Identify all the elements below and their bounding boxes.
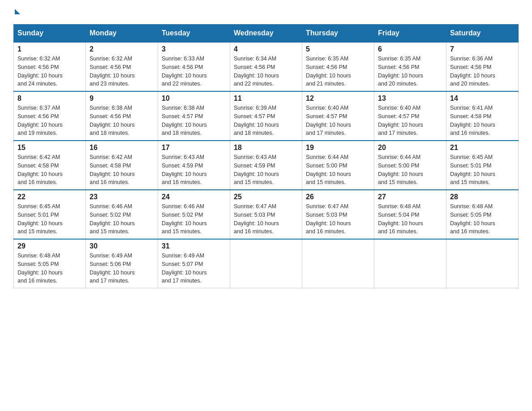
day-number: 3: [162, 45, 226, 53]
day-number: 8: [17, 94, 82, 103]
calendar-cell: 7 Sunrise: 6:36 AM Sunset: 4:56 PM Dayli…: [446, 42, 519, 91]
day-number: 5: [306, 45, 370, 53]
day-info: Sunrise: 6:49 AM Sunset: 5:06 PM Dayligh…: [90, 252, 154, 285]
calendar-cell: 2 Sunrise: 6:32 AM Sunset: 4:56 PM Dayli…: [86, 42, 158, 91]
day-info: Sunrise: 6:42 AM Sunset: 4:58 PM Dayligh…: [90, 153, 154, 187]
day-number: 22: [17, 193, 82, 201]
day-info: Sunrise: 6:37 AM Sunset: 4:56 PM Dayligh…: [17, 104, 82, 137]
calendar-week-row: 29 Sunrise: 6:48 AM Sunset: 5:05 PM Dayl…: [14, 239, 519, 288]
logo-general: [13, 9, 20, 15]
day-header-wednesday: Wednesday: [230, 25, 302, 43]
day-info: Sunrise: 6:45 AM Sunset: 5:01 PM Dayligh…: [450, 153, 515, 187]
day-number: 10: [162, 94, 226, 103]
day-info: Sunrise: 6:33 AM Sunset: 4:56 PM Dayligh…: [162, 55, 226, 88]
calendar-cell: [374, 239, 446, 288]
day-header-tuesday: Tuesday: [158, 25, 230, 43]
calendar-cell: [446, 239, 519, 288]
day-number: 18: [234, 144, 298, 152]
day-number: 31: [162, 242, 226, 250]
day-number: 16: [90, 144, 154, 152]
day-info: Sunrise: 6:34 AM Sunset: 4:56 PM Dayligh…: [234, 55, 298, 88]
day-info: Sunrise: 6:38 AM Sunset: 4:56 PM Dayligh…: [90, 104, 154, 137]
day-info: Sunrise: 6:32 AM Sunset: 4:56 PM Dayligh…: [90, 55, 154, 88]
calendar-cell: [302, 239, 374, 288]
day-number: 11: [234, 94, 298, 103]
day-number: 9: [90, 94, 154, 103]
calendar-cell: 11 Sunrise: 6:39 AM Sunset: 4:57 PM Dayl…: [230, 91, 302, 141]
day-number: 30: [90, 242, 154, 250]
day-number: 14: [450, 94, 515, 103]
calendar-cell: 19 Sunrise: 6:44 AM Sunset: 5:00 PM Dayl…: [302, 141, 374, 190]
day-info: Sunrise: 6:40 AM Sunset: 4:57 PM Dayligh…: [306, 104, 370, 137]
day-info: Sunrise: 6:48 AM Sunset: 5:05 PM Dayligh…: [450, 202, 515, 236]
calendar-cell: 26 Sunrise: 6:47 AM Sunset: 5:03 PM Dayl…: [302, 190, 374, 239]
calendar-cell: 9 Sunrise: 6:38 AM Sunset: 4:56 PM Dayli…: [86, 91, 158, 141]
day-number: 15: [17, 144, 82, 152]
day-number: 13: [378, 94, 442, 103]
calendar-cell: 27 Sunrise: 6:48 AM Sunset: 5:04 PM Dayl…: [374, 190, 446, 239]
day-number: 1: [17, 45, 82, 53]
calendar-cell: 5 Sunrise: 6:35 AM Sunset: 4:56 PM Dayli…: [302, 42, 374, 91]
day-number: 25: [234, 193, 298, 201]
calendar-cell: 4 Sunrise: 6:34 AM Sunset: 4:56 PM Dayli…: [230, 42, 302, 91]
calendar-cell: 28 Sunrise: 6:48 AM Sunset: 5:05 PM Dayl…: [446, 190, 519, 239]
day-number: 6: [378, 45, 442, 53]
day-info: Sunrise: 6:36 AM Sunset: 4:56 PM Dayligh…: [450, 55, 515, 88]
day-info: Sunrise: 6:47 AM Sunset: 5:03 PM Dayligh…: [234, 202, 298, 236]
day-info: Sunrise: 6:39 AM Sunset: 4:57 PM Dayligh…: [234, 104, 298, 137]
day-info: Sunrise: 6:32 AM Sunset: 4:56 PM Dayligh…: [17, 55, 82, 88]
calendar-cell: 10 Sunrise: 6:38 AM Sunset: 4:57 PM Dayl…: [158, 91, 230, 141]
calendar-week-row: 8 Sunrise: 6:37 AM Sunset: 4:56 PM Dayli…: [14, 91, 519, 141]
day-number: 20: [378, 144, 442, 152]
logo-triangle-icon: [15, 9, 20, 14]
day-info: Sunrise: 6:44 AM Sunset: 5:00 PM Dayligh…: [378, 153, 442, 187]
calendar-cell: 15 Sunrise: 6:42 AM Sunset: 4:58 PM Dayl…: [14, 141, 86, 190]
calendar-cell: 13 Sunrise: 6:40 AM Sunset: 4:57 PM Dayl…: [374, 91, 446, 141]
day-number: 21: [450, 144, 515, 152]
calendar-cell: 30 Sunrise: 6:49 AM Sunset: 5:06 PM Dayl…: [86, 239, 158, 288]
day-info: Sunrise: 6:35 AM Sunset: 4:56 PM Dayligh…: [378, 55, 442, 88]
day-info: Sunrise: 6:41 AM Sunset: 4:58 PM Dayligh…: [450, 104, 515, 137]
calendar-cell: 3 Sunrise: 6:33 AM Sunset: 4:56 PM Dayli…: [158, 42, 230, 91]
calendar-cell: 16 Sunrise: 6:42 AM Sunset: 4:58 PM Dayl…: [86, 141, 158, 190]
day-header-thursday: Thursday: [302, 25, 374, 43]
day-number: 24: [162, 193, 226, 201]
calendar-week-row: 1 Sunrise: 6:32 AM Sunset: 4:56 PM Dayli…: [14, 42, 519, 91]
day-header-monday: Monday: [86, 25, 158, 43]
day-info: Sunrise: 6:43 AM Sunset: 4:59 PM Dayligh…: [234, 153, 298, 187]
day-number: 2: [90, 45, 154, 53]
day-info: Sunrise: 6:48 AM Sunset: 5:05 PM Dayligh…: [17, 252, 82, 285]
day-number: 19: [306, 144, 370, 152]
calendar-cell: 31 Sunrise: 6:49 AM Sunset: 5:07 PM Dayl…: [158, 239, 230, 288]
day-info: Sunrise: 6:49 AM Sunset: 5:07 PM Dayligh…: [162, 252, 226, 285]
day-header-friday: Friday: [374, 25, 446, 43]
day-header-sunday: Sunday: [14, 25, 86, 43]
day-number: 7: [450, 45, 515, 53]
calendar-table: SundayMondayTuesdayWednesdayThursdayFrid…: [13, 24, 519, 288]
calendar-week-row: 15 Sunrise: 6:42 AM Sunset: 4:58 PM Dayl…: [14, 141, 519, 190]
day-info: Sunrise: 6:47 AM Sunset: 5:03 PM Dayligh…: [306, 202, 370, 236]
calendar-cell: [230, 239, 302, 288]
day-number: 26: [306, 193, 370, 201]
calendar-cell: 21 Sunrise: 6:45 AM Sunset: 5:01 PM Dayl…: [446, 141, 519, 190]
day-info: Sunrise: 6:35 AM Sunset: 4:56 PM Dayligh…: [306, 55, 370, 88]
calendar-cell: 20 Sunrise: 6:44 AM Sunset: 5:00 PM Dayl…: [374, 141, 446, 190]
calendar-cell: 18 Sunrise: 6:43 AM Sunset: 4:59 PM Dayl…: [230, 141, 302, 190]
calendar-cell: 12 Sunrise: 6:40 AM Sunset: 4:57 PM Dayl…: [302, 91, 374, 141]
day-info: Sunrise: 6:44 AM Sunset: 5:00 PM Dayligh…: [306, 153, 370, 187]
calendar-cell: 8 Sunrise: 6:37 AM Sunset: 4:56 PM Dayli…: [14, 91, 86, 141]
calendar-cell: 29 Sunrise: 6:48 AM Sunset: 5:05 PM Dayl…: [14, 239, 86, 288]
calendar-cell: 17 Sunrise: 6:43 AM Sunset: 4:59 PM Dayl…: [158, 141, 230, 190]
logo: [13, 9, 20, 15]
calendar-cell: 23 Sunrise: 6:46 AM Sunset: 5:02 PM Dayl…: [86, 190, 158, 239]
calendar-cell: 6 Sunrise: 6:35 AM Sunset: 4:56 PM Dayli…: [374, 42, 446, 91]
day-number: 27: [378, 193, 442, 201]
day-info: Sunrise: 6:45 AM Sunset: 5:01 PM Dayligh…: [17, 202, 82, 236]
day-info: Sunrise: 6:38 AM Sunset: 4:57 PM Dayligh…: [162, 104, 226, 137]
calendar-cell: 24 Sunrise: 6:46 AM Sunset: 5:02 PM Dayl…: [158, 190, 230, 239]
day-info: Sunrise: 6:43 AM Sunset: 4:59 PM Dayligh…: [162, 153, 226, 187]
day-info: Sunrise: 6:40 AM Sunset: 4:57 PM Dayligh…: [378, 104, 442, 137]
day-number: 12: [306, 94, 370, 103]
day-number: 23: [90, 193, 154, 201]
day-number: 17: [162, 144, 226, 152]
